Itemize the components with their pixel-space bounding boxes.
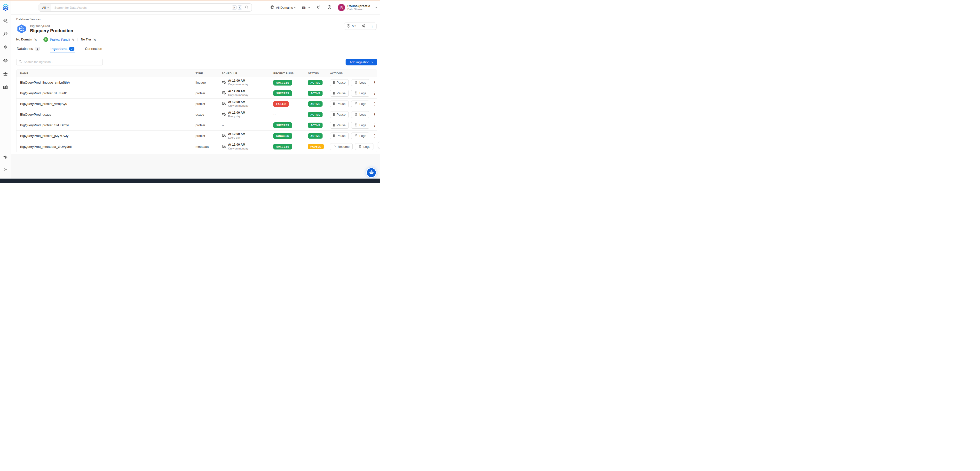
logs-button[interactable]: Logs	[351, 90, 369, 97]
sidebar-item-knowledge-center[interactable]	[3, 85, 8, 91]
observability-chart-magnifier-icon	[3, 32, 8, 38]
actions-cell: ResumeLogs⋮	[328, 143, 377, 150]
schedule-frequency: Only on monday	[228, 83, 248, 86]
pause-button[interactable]: Pause	[330, 90, 349, 97]
status-badge: ACTIVE	[308, 91, 323, 96]
user-menu[interactable]: R Rounakpreet.d Data Steward	[338, 4, 377, 11]
recent-run-badge[interactable]: SUCCESS	[274, 144, 292, 150]
chat-bot-button[interactable]	[367, 168, 376, 177]
table-header-row: NAMETYPESCHEDULERECENT RUNSSTATUSACTIONS	[16, 70, 377, 77]
language-dropdown[interactable]: EN	[302, 6, 310, 10]
ingestion-type: profiler	[194, 91, 220, 95]
logs-button[interactable]: Logs	[351, 100, 369, 107]
sidebar-item-govern[interactable]	[3, 72, 8, 77]
tier-meta: No Tier ✎	[81, 38, 96, 41]
logs-button[interactable]: Logs	[355, 143, 373, 150]
logs-button[interactable]: Logs	[351, 111, 369, 118]
recent-run-badge[interactable]: SUCCESS	[274, 123, 292, 128]
sidebar-item-observability[interactable]	[3, 32, 8, 37]
ingestion-name: BigQueryProd_metadata_GUVyJnIl	[16, 145, 194, 148]
recent-run-badge[interactable]: SUCCESS	[274, 91, 292, 96]
owner-link[interactable]: Prajwal Pandit	[50, 38, 70, 41]
logs-icon	[354, 134, 358, 138]
sliders-icon	[3, 154, 8, 161]
notifications-button[interactable]	[315, 5, 321, 10]
add-ingestion-button[interactable]: Add ingestion	[345, 59, 377, 65]
recent-run-badge[interactable]: SUCCESS	[274, 133, 292, 139]
calendar-clock-icon	[222, 133, 226, 138]
sidebar-item-settings[interactable]	[3, 154, 8, 161]
search-icon	[19, 60, 22, 64]
domains-dropdown[interactable]: All Domains	[270, 5, 296, 10]
search-filter-dropdown[interactable]: All	[39, 4, 51, 11]
search-shortcut-group: ⌘ K	[232, 5, 251, 10]
row-more-button[interactable]: ⋮	[373, 81, 377, 84]
row-more-button[interactable]: ⋮	[373, 123, 377, 127]
entity-meta-row: No Domain ✎ P Prajwal Pandit ✎ No Tier ✎	[16, 37, 377, 42]
share-button[interactable]	[359, 23, 368, 30]
main-content: Database Services BigQueryProd Bigquery …	[11, 14, 380, 154]
edit-owner-icon[interactable]: ✎	[71, 38, 75, 41]
global-search-input[interactable]	[51, 6, 232, 10]
ingestion-search-input[interactable]	[24, 60, 100, 64]
row-more-button[interactable]: ⋮	[373, 134, 377, 138]
pause-button[interactable]: Pause	[330, 111, 349, 118]
header-more-button[interactable]: ⋮	[368, 23, 376, 30]
sidebar-icon-group	[3, 18, 8, 91]
edit-tier-icon[interactable]: ✎	[93, 38, 97, 41]
share-icon	[361, 24, 365, 29]
ingestion-name: BigQueryProd_lineage_smLnSthA	[16, 81, 194, 84]
sidebar-item-logout[interactable]	[3, 167, 8, 173]
recent-run-badge[interactable]: SUCCESS	[274, 80, 292, 86]
tab-connection[interactable]: Connection	[84, 45, 103, 53]
ingestion-name: BigQueryProd_profiler_SkHDlmyr	[16, 123, 194, 127]
pause-button[interactable]: Pause	[330, 132, 349, 139]
tab-ingestions[interactable]: Ingestions7	[50, 45, 75, 53]
tab-label: Ingestions	[50, 47, 67, 51]
openmetadata-logo-icon[interactable]	[2, 3, 10, 12]
sidebar-bottom-group	[3, 154, 8, 173]
status-cell: ACTIVE	[306, 91, 328, 96]
status-badge: ACTIVE	[308, 112, 323, 117]
edit-domain-icon[interactable]: ✎	[34, 38, 37, 41]
logs-label: Logs	[360, 81, 366, 84]
row-more-button[interactable]: ⋮	[373, 102, 377, 106]
actions-cell: PauseLogs⋮	[328, 100, 377, 107]
status-badge: ACTIVE	[308, 101, 323, 107]
ingestion-type: metadata	[194, 145, 220, 148]
table-row: BigQueryProd_usageusageAt 12:00 AMEvery …	[16, 109, 377, 120]
ingestion-type: profiler	[194, 102, 220, 106]
column-header-schedule: SCHEDULE	[220, 72, 271, 75]
logs-button[interactable]: Logs	[351, 132, 369, 139]
actions-cell: PauseLogs⋮	[328, 132, 377, 139]
scrollbar-handle[interactable]	[378, 142, 380, 148]
resume-button[interactable]: Resume	[330, 143, 353, 150]
search-icon[interactable]	[245, 5, 249, 10]
breadcrumb[interactable]: Database Services	[16, 18, 41, 21]
pause-button[interactable]: Pause	[330, 79, 349, 86]
globe-icon	[270, 5, 274, 10]
row-more-button[interactable]: ⋮	[373, 113, 377, 116]
ingestion-name: BigQueryProd_profiler_jMy7UvJy	[16, 134, 194, 138]
pause-button[interactable]: Pause	[330, 122, 349, 129]
tab-label: Databases	[17, 47, 33, 51]
logout-icon	[3, 167, 8, 173]
logs-button[interactable]: Logs	[351, 79, 369, 86]
sidebar-item-domains[interactable]	[3, 58, 8, 64]
schedule-frequency: Only on monday	[228, 93, 248, 97]
help-button[interactable]	[327, 5, 332, 10]
recent-run-badge[interactable]: FAILED	[274, 101, 289, 107]
row-more-button[interactable]: ⋮	[373, 91, 377, 95]
schedule-time: At 12:00 AM	[228, 111, 245, 115]
chevron-down-icon	[294, 6, 297, 8]
version-button[interactable]: 0.5	[344, 23, 359, 30]
sidebar-item-explore[interactable]	[3, 18, 8, 24]
chevron-down-icon	[47, 6, 49, 8]
pause-button[interactable]: Pause	[330, 100, 349, 107]
calendar-clock-icon	[222, 144, 226, 149]
sidebar-item-insights[interactable]	[3, 45, 8, 51]
schedule-time: At 12:00 AM	[228, 79, 248, 83]
logs-button[interactable]: Logs	[351, 122, 369, 129]
tab-databases[interactable]: Databases1	[16, 45, 40, 53]
tab-count-badge: 7	[69, 47, 74, 51]
